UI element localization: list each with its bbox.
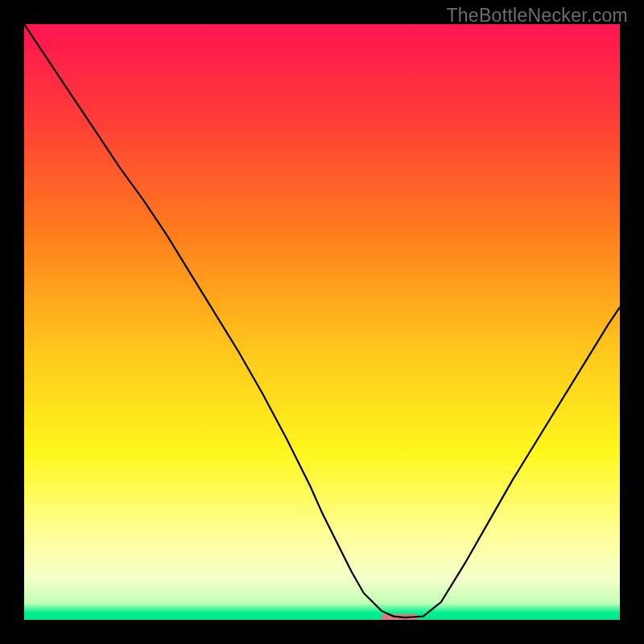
chart-frame: TheBottleNecker.com bbox=[0, 0, 644, 644]
chart-svg bbox=[24, 24, 620, 620]
watermark-text: TheBottleNecker.com bbox=[446, 5, 628, 27]
gradient-background bbox=[24, 24, 620, 620]
plot-area bbox=[24, 24, 620, 620]
